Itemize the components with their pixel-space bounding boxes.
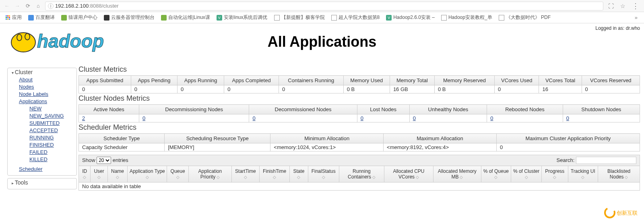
- bookmark-item[interactable]: 百度翻译: [26, 13, 57, 22]
- cell: 0: [139, 114, 249, 122]
- metric-link[interactable]: 0: [490, 115, 493, 121]
- scheduler-metrics-title: Scheduler Metrics: [78, 123, 640, 132]
- logged-in-text: Logged in as: dr.who: [595, 25, 640, 31]
- sidebar-sublink[interactable]: SUBMITTED: [29, 120, 76, 127]
- translate-icon[interactable]: ⛶: [607, 3, 615, 9]
- app-col-header[interactable]: Name: [107, 166, 127, 183]
- app-col-header[interactable]: Running Containers: [339, 166, 384, 183]
- bookmarks-overflow-icon[interactable]: »: [632, 15, 641, 21]
- col-header: Apps Pending: [131, 76, 177, 85]
- sidebar-link[interactable]: Nodes: [19, 83, 76, 91]
- sidebar-sublink[interactable]: FINISHED: [29, 141, 76, 149]
- url-text: 192.168.2.100:8088/cluster: [55, 3, 119, 9]
- sidebar-tools-heading[interactable]: Tools: [8, 178, 76, 187]
- cell: 0: [357, 114, 409, 122]
- apps-shortcut[interactable]: 应用: [3, 13, 24, 22]
- metric-link[interactable]: 0: [413, 115, 416, 121]
- metric-link[interactable]: 0: [361, 115, 363, 121]
- bookmark-star-icon[interactable]: ☆: [619, 3, 627, 9]
- bookmark-item[interactable]: 【新提醒】极客学院: [272, 13, 327, 22]
- sidebar-sublink[interactable]: RUNNING: [29, 134, 76, 141]
- app-col-header[interactable]: FinishTime: [259, 166, 290, 183]
- col-header: VCores Used: [495, 76, 539, 85]
- favicon-icon: [274, 15, 280, 21]
- forward-button[interactable]: →: [14, 2, 21, 10]
- svg-point-2: [25, 33, 30, 40]
- bookmark-item[interactable]: VHadoop2.6.0安装 –: [384, 13, 437, 22]
- applications-table: IDUserNameApplication TypeQueueApplicati…: [78, 166, 640, 191]
- cell: 0 B: [343, 85, 390, 93]
- cell: 0: [178, 85, 224, 93]
- home-button[interactable]: ⌂: [35, 2, 42, 10]
- address-bar[interactable]: i 192.168.2.100:8088/cluster: [45, 2, 603, 10]
- favicon-icon: [161, 15, 167, 21]
- app-col-header[interactable]: Application Type: [128, 166, 167, 183]
- favicon-icon: [28, 15, 34, 21]
- bookmark-item[interactable]: 自动化运维|Linux课: [159, 13, 213, 22]
- bookmark-item[interactable]: 《大数据时代》 PDF: [496, 13, 553, 22]
- sidebar-link[interactable]: About: [19, 76, 76, 83]
- app-col-header[interactable]: Tracking UI: [568, 166, 598, 183]
- app-col-header[interactable]: StartTime: [231, 166, 259, 183]
- sidebar-link[interactable]: Node Labels: [19, 91, 76, 98]
- favicon-icon: [499, 15, 504, 21]
- entries-select[interactable]: 20: [97, 157, 111, 164]
- app-col-header[interactable]: User: [91, 166, 108, 183]
- sidebar-link[interactable]: Applications: [19, 98, 76, 105]
- sidebar-sublink[interactable]: NEW_SAVING: [29, 112, 76, 120]
- sidebar-cluster-heading[interactable]: Cluster: [8, 68, 76, 76]
- sidebar-sublink[interactable]: FAILED: [29, 149, 76, 156]
- menu-icon[interactable]: ⋮: [630, 2, 641, 10]
- sidebar-sublink[interactable]: ACCEPTED: [29, 127, 76, 134]
- app-col-header[interactable]: % of Queue: [481, 166, 511, 183]
- metric-link[interactable]: 0: [566, 115, 569, 121]
- app-col-header[interactable]: Allocated CPU VCores: [384, 166, 433, 183]
- app-col-header[interactable]: % of Cluster: [511, 166, 541, 183]
- col-header: Maximum Allocation: [384, 134, 497, 143]
- svg-point-1: [17, 34, 22, 41]
- col-header: Active Nodes: [79, 105, 139, 114]
- cell: 0 B: [434, 85, 494, 93]
- cell: 0: [582, 85, 640, 93]
- sidebar-link-scheduler[interactable]: Scheduler: [19, 166, 76, 173]
- sidebar-sublink[interactable]: KILLED: [29, 156, 76, 163]
- cell: 0: [487, 114, 563, 122]
- bookmark-item[interactable]: 云服务器管理控制台: [101, 13, 157, 22]
- col-header: Shutdown Nodes: [563, 105, 640, 114]
- app-col-header[interactable]: State: [290, 166, 308, 183]
- col-header: Containers Running: [279, 76, 343, 85]
- bookmark-item[interactable]: Hadoop安装教程_单: [439, 13, 495, 22]
- app-col-header[interactable]: Queue: [167, 166, 188, 183]
- app-col-header[interactable]: Progress: [542, 166, 568, 183]
- favicon-icon: [441, 15, 447, 21]
- metric-link[interactable]: 0: [252, 115, 255, 121]
- cell: 0: [249, 114, 357, 122]
- col-header: Maximum Cluster Application Priority: [496, 134, 640, 143]
- metric-link[interactable]: 0: [142, 115, 145, 121]
- bookmark-item[interactable]: 超人学院大数据第8: [329, 13, 382, 22]
- info-icon[interactable]: i: [48, 3, 54, 9]
- cell: Capacity Scheduler: [79, 143, 165, 151]
- col-header: Decommissioned Nodes: [249, 105, 357, 114]
- nodes-metrics-title: Cluster Nodes Metrics: [78, 94, 640, 103]
- sidebar: Cluster AboutNodesNode LabelsApplication…: [0, 64, 78, 195]
- app-col-header[interactable]: Allocated Memory MB: [433, 166, 481, 183]
- app-col-header[interactable]: FinalStatus: [308, 166, 339, 183]
- col-header: Rebooted Nodes: [487, 105, 563, 114]
- bookmark-item[interactable]: V安装linux系统后调优: [214, 13, 270, 22]
- metric-link[interactable]: 2: [82, 115, 85, 121]
- favicon-icon: V: [386, 15, 392, 21]
- search-input[interactable]: [576, 157, 636, 164]
- apps-grid-icon: [6, 15, 10, 20]
- app-col-header[interactable]: Blacklisted Nodes: [598, 166, 640, 183]
- cell: <memory:8192, vCores:4>: [384, 143, 497, 151]
- favicon-icon: V: [217, 15, 222, 21]
- col-header: VCores Reserved: [582, 76, 640, 85]
- sidebar-sublink[interactable]: NEW: [29, 105, 76, 112]
- bookmark-item[interactable]: 猿课用户中心: [59, 13, 100, 22]
- back-button[interactable]: ←: [3, 2, 10, 10]
- app-col-header[interactable]: Application Priority: [188, 166, 231, 183]
- reload-button[interactable]: ⟳: [24, 2, 31, 10]
- app-col-header[interactable]: ID: [79, 166, 91, 183]
- col-header: Apps Completed: [224, 76, 279, 85]
